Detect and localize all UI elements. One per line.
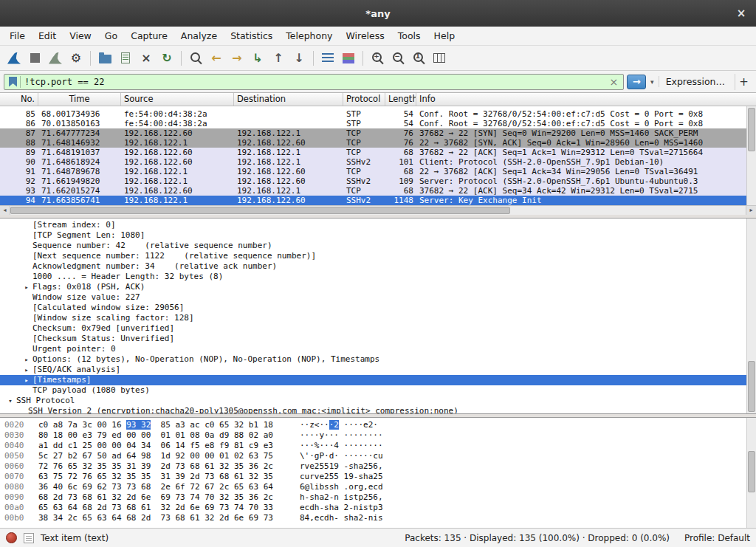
go-first-packet-button[interactable]: ↑ <box>268 48 289 69</box>
packet-row[interactable]: 9371.662015274192.168.122.60192.168.122.… <box>0 186 746 196</box>
find-packet-button[interactable] <box>185 48 206 69</box>
column-header-destination[interactable]: Destination <box>234 93 343 106</box>
colorize-packets-button[interactable] <box>338 48 359 69</box>
horizontal-scroll-trough[interactable] <box>10 206 746 215</box>
expander-icon[interactable]: ▸ <box>21 375 32 385</box>
detail-line[interactable]: [TCP Segment Len: 1080] <box>0 230 746 241</box>
detail-line[interactable]: [Stream index: 0] <box>0 220 746 230</box>
close-capture-file-button[interactable]: × <box>136 48 157 69</box>
hex-row[interactable]: 00b038 34 2c 65 63 64 68 2d 73 68 61 32 … <box>4 513 746 523</box>
detail-line[interactable]: ▸Flags: 0x018 (PSH, ACK) <box>0 282 746 292</box>
hex-row[interactable]: 0020c0 a8 7a 3c 00 16 93 32 85 a3 ac c0 … <box>4 420 746 430</box>
filter-bookmark-icon[interactable] <box>9 77 17 87</box>
menu-item-help[interactable]: Help <box>427 27 462 44</box>
save-capture-file-button[interactable] <box>115 48 136 69</box>
packet-row[interactable]: 8568.001734936fe:54:00:d4:38:2aSTP54Conf… <box>0 109 746 119</box>
packet-row[interactable]: 9271.661949820192.168.122.1192.168.122.6… <box>0 176 746 186</box>
capture-options-button[interactable]: ⚙ <box>66 48 86 69</box>
detail-line[interactable]: [Calculated window size: 29056] <box>0 303 746 313</box>
menu-item-edit[interactable]: Edit <box>32 27 63 44</box>
menu-item-view[interactable]: View <box>63 27 98 44</box>
auto-scroll-button[interactable] <box>317 48 338 69</box>
detail-line[interactable]: ▾SSH Protocol <box>0 396 746 406</box>
detail-line[interactable]: ▸Options: (12 bytes), No-Operation (NOP)… <box>0 354 746 365</box>
column-header-length[interactable]: Length <box>385 93 416 106</box>
detail-line[interactable]: [Next sequence number: 1122 (relative se… <box>0 251 746 261</box>
menu-item-analyze[interactable]: Analyze <box>174 27 224 44</box>
expert-info-icon[interactable] <box>6 532 17 543</box>
packet-row[interactable]: 9171.648789678192.168.122.1192.168.122.6… <box>0 167 746 176</box>
menu-item-wireless[interactable]: Wireless <box>339 27 391 44</box>
expression-button[interactable]: Expression… <box>659 76 732 87</box>
expander-icon[interactable]: ▾ <box>4 396 16 406</box>
detail-line[interactable]: Checksum: 0x79ed [unverified] <box>0 323 746 334</box>
vertical-scroll-thumb[interactable] <box>748 108 755 151</box>
start-capture-button[interactable] <box>4 48 24 69</box>
hex-row[interactable]: 00505c 27 b2 67 50 ad 64 98 1d 92 00 00 … <box>4 451 746 461</box>
packet-row[interactable]: 8771.647777234192.168.122.60192.168.122.… <box>0 128 746 138</box>
hex-row[interactable]: 0040a1 dd c1 25 00 00 04 34 06 14 f5 e8 … <box>4 441 746 451</box>
restart-capture-button[interactable] <box>45 48 66 69</box>
column-header-protocol[interactable]: Protocol <box>343 93 385 106</box>
menu-item-statistics[interactable]: Statistics <box>224 27 279 44</box>
stop-capture-button[interactable] <box>24 48 45 69</box>
scroll-left-icon[interactable]: ◂ <box>0 206 10 215</box>
detail-line[interactable]: [Checksum Status: Unverified] <box>0 334 746 344</box>
detail-line[interactable]: SSH Version 2 (encryption:chacha20-poly1… <box>0 406 746 414</box>
status-profile-text[interactable]: Profile: Default <box>684 533 750 543</box>
filter-apply-button[interactable]: → <box>627 75 646 89</box>
detail-line[interactable]: TCP payload (1080 bytes) <box>0 385 746 396</box>
column-header-no[interactable]: No. <box>0 93 38 106</box>
open-capture-file-button[interactable] <box>94 48 115 69</box>
packet-row[interactable]: 8670.013850163fe:54:00:d4:38:2aSTP54Conf… <box>0 119 746 128</box>
detail-line[interactable]: 1000 .... = Header Length: 32 bytes (8) <box>0 272 746 282</box>
packet-row[interactable]: 9471.663856741192.168.122.1192.168.122.6… <box>0 196 746 205</box>
hex-row[interactable]: 009068 2d 73 68 61 32 2d 6e 69 73 74 70 … <box>4 492 746 503</box>
go-to-packet-button[interactable]: ↳ <box>247 48 268 69</box>
filter-input[interactable] <box>24 77 605 87</box>
go-back-button[interactable]: ← <box>206 48 227 69</box>
packet-row[interactable]: 8971.648191037192.168.122.60192.168.122.… <box>0 148 746 157</box>
zoom-reset-button[interactable]: 1 <box>408 48 429 69</box>
window-close-button[interactable]: × <box>734 6 749 21</box>
zoom-out-button[interactable]: − <box>388 48 408 69</box>
menu-item-capture[interactable]: Capture <box>124 27 174 44</box>
column-header-source[interactable]: Source <box>121 93 234 106</box>
hex-scroll-thumb[interactable] <box>748 451 755 493</box>
detail-line[interactable]: Window size value: 227 <box>0 292 746 303</box>
expander-icon[interactable]: ▸ <box>21 365 32 375</box>
horizontal-scroll-thumb[interactable] <box>10 207 510 214</box>
details-vertical-scrollbar[interactable] <box>746 219 756 413</box>
detail-line[interactable]: Urgent pointer: 0 <box>0 344 746 354</box>
packet-list-horizontal-scrollbar[interactable]: ◂ ▸ <box>0 205 756 215</box>
reload-capture-file-button[interactable]: ↻ <box>157 48 177 69</box>
detail-line[interactable]: [Window size scaling factor: 128] <box>0 313 746 323</box>
hex-vertical-scrollbar[interactable] <box>746 418 756 528</box>
hex-row[interactable]: 008036 40 6c 69 62 73 73 68 2e 6f 72 67 … <box>4 482 746 492</box>
expander-icon[interactable]: ▸ <box>21 282 32 292</box>
go-last-packet-button[interactable]: ↓ <box>289 48 309 69</box>
packet-row[interactable]: 8871.648146932192.168.122.1192.168.122.6… <box>0 138 746 148</box>
filter-add-button[interactable]: + <box>735 74 752 90</box>
filter-dropdown-caret-icon[interactable]: ▾ <box>649 78 656 86</box>
packet-row[interactable]: 9071.648618924192.168.122.60192.168.122.… <box>0 157 746 167</box>
menu-item-telephony[interactable]: Telephony <box>279 27 339 44</box>
column-header-info[interactable]: Info <box>416 93 756 106</box>
column-header-time[interactable]: Time <box>38 93 121 106</box>
details-scroll-thumb[interactable] <box>748 361 755 412</box>
packet-list-vertical-scrollbar[interactable] <box>746 106 756 205</box>
hex-row[interactable]: 006072 76 65 32 35 35 31 39 2d 73 68 61 … <box>4 461 746 472</box>
detail-line[interactable]: ▸[SEQ/ACK analysis] <box>0 365 746 375</box>
go-forward-button[interactable]: → <box>227 48 247 69</box>
capture-comment-icon[interactable] <box>24 533 34 543</box>
detail-line[interactable]: ▸[Timestamps] <box>0 375 746 385</box>
detail-line[interactable]: Sequence number: 42 (relative sequence n… <box>0 241 746 251</box>
menu-item-tools[interactable]: Tools <box>391 27 427 44</box>
scroll-right-icon[interactable]: ▸ <box>746 206 756 215</box>
hex-row[interactable]: 003080 18 00 e3 79 ed 00 00 01 01 08 0a … <box>4 430 746 441</box>
hex-row[interactable]: 00a065 63 64 68 2d 73 68 61 32 2d 6e 69 … <box>4 503 746 513</box>
hex-row[interactable]: 007063 75 72 76 65 32 35 35 31 39 2d 73 … <box>4 472 746 482</box>
zoom-in-button[interactable]: + <box>367 48 388 69</box>
detail-line[interactable]: Acknowledgment number: 34 (relative ack … <box>0 261 746 272</box>
expander-icon[interactable]: ▸ <box>21 354 32 365</box>
